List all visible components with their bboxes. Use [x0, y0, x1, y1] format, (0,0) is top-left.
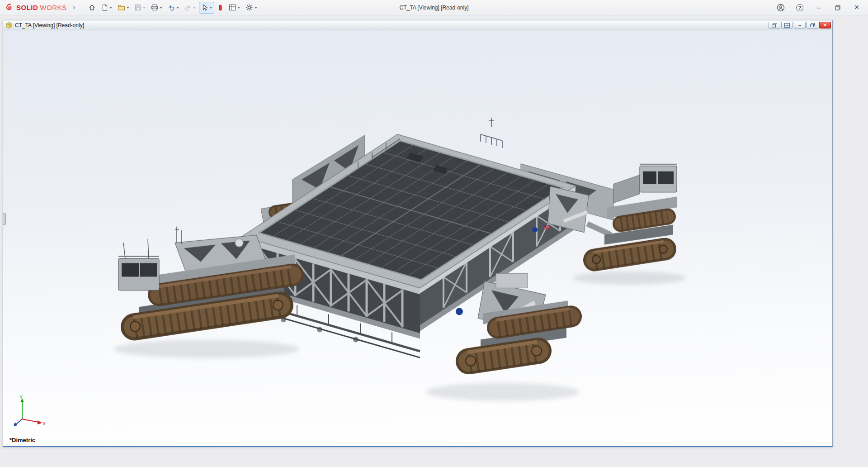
- document-window-titlebar[interactable]: CT_TA [Viewing] [Read-only] –: [3, 20, 832, 30]
- open-folder-icon: [118, 4, 125, 11]
- gear-icon: [245, 4, 253, 11]
- undo-button[interactable]: [165, 2, 181, 14]
- dropdown-caret-icon[interactable]: [143, 7, 146, 9]
- select-tool-button[interactable]: [199, 2, 214, 14]
- new-document-icon: [101, 4, 108, 11]
- dropdown-caret-icon[interactable]: [127, 7, 129, 9]
- close-icon: ×: [824, 23, 826, 28]
- document-window: CT_TA [Viewing] [Read-only] –: [3, 20, 833, 447]
- brand-solid-text: SOLID: [16, 4, 38, 11]
- mdi-client-area: CT_TA [Viewing] [Read-only] –: [0, 15, 868, 467]
- close-icon: ×: [854, 3, 859, 12]
- redo-button[interactable]: [182, 2, 198, 14]
- document-title: CT_TA [Viewing] [Read-only]: [400, 5, 469, 11]
- maximize-button[interactable]: [828, 0, 847, 15]
- user-icon: [777, 4, 785, 12]
- nasa-logo: [532, 227, 538, 233]
- open-button[interactable]: [115, 2, 132, 14]
- new-document-button[interactable]: [99, 2, 114, 14]
- dropdown-caret-icon[interactable]: [160, 7, 162, 9]
- front-left-cab: [118, 239, 159, 290]
- model-canvas[interactable]: [3, 30, 832, 446]
- document-window-buttons: – ×: [769, 22, 831, 29]
- chevron-right-icon: ›: [73, 4, 75, 11]
- minimize-button[interactable]: –: [809, 0, 828, 15]
- sheet-list-icon: [229, 4, 236, 11]
- dropdown-caret-icon[interactable]: [255, 7, 257, 9]
- feature-panel-splitter[interactable]: [3, 213, 6, 225]
- crawler-transporter-model[interactable]: [118, 118, 677, 366]
- select-cursor-icon: [201, 4, 208, 11]
- printer-icon: [151, 4, 158, 11]
- dropdown-caret-icon[interactable]: [176, 7, 179, 9]
- help-button[interactable]: ?: [790, 0, 809, 15]
- expand-menu-button[interactable]: ›: [70, 3, 79, 13]
- minimize-icon: –: [817, 4, 821, 12]
- save-button[interactable]: [132, 2, 148, 14]
- dassault-swirl-icon: [5, 3, 14, 13]
- brand-works-text: WORKS: [40, 4, 66, 11]
- main-toolbar: [86, 2, 259, 14]
- dropdown-caret-icon[interactable]: [209, 7, 212, 9]
- undo-arrow-icon: [168, 4, 175, 11]
- tile-windows-button[interactable]: [781, 22, 793, 29]
- close-button[interactable]: ×: [847, 0, 866, 15]
- nasa-logo: [456, 308, 463, 315]
- display-options-button[interactable]: [226, 2, 242, 14]
- cascade-windows-icon: [772, 23, 777, 28]
- dropdown-caret-icon[interactable]: [193, 7, 196, 9]
- rear-right-cab: [640, 164, 677, 192]
- restore-icon: [810, 23, 815, 28]
- help-icon: ?: [796, 4, 803, 11]
- minimize-icon: –: [798, 23, 801, 28]
- us-flag: [544, 226, 549, 229]
- cascade-windows-button[interactable]: [769, 22, 780, 29]
- record-macro-button[interactable]: [215, 2, 226, 14]
- graphics-viewport[interactable]: Y x *Dimetric: [3, 30, 832, 446]
- save-floppy-icon: [135, 4, 142, 11]
- home-button[interactable]: [86, 2, 98, 14]
- solidworks-part-icon: [5, 22, 13, 29]
- child-minimize-button[interactable]: –: [794, 22, 806, 29]
- solidworks-logo: SOLIDWORKS: [5, 3, 67, 13]
- child-close-button[interactable]: ×: [819, 22, 831, 29]
- account-button[interactable]: [771, 0, 790, 15]
- triad-x-label: x: [43, 420, 46, 426]
- child-restore-button[interactable]: [807, 22, 818, 29]
- window-controls: ? – ×: [771, 0, 866, 15]
- triad-y-label: Y: [19, 395, 23, 400]
- red-cylinder-icon: [217, 4, 223, 11]
- app-titlebar: SOLIDWORKS ›: [0, 0, 868, 15]
- tile-windows-icon: [784, 23, 790, 28]
- view-orientation-label: *Dimetric: [9, 437, 35, 443]
- dropdown-caret-icon[interactable]: [109, 7, 112, 9]
- orientation-triad: Y x: [10, 395, 48, 430]
- document-window-title: CT_TA [Viewing] [Read-only]: [15, 22, 84, 29]
- redo-arrow-icon: [184, 4, 192, 11]
- settings-button[interactable]: [243, 2, 259, 14]
- home-icon: [88, 4, 96, 11]
- dropdown-caret-icon[interactable]: [237, 7, 240, 9]
- restore-icon: [835, 5, 840, 10]
- print-button[interactable]: [149, 2, 165, 14]
